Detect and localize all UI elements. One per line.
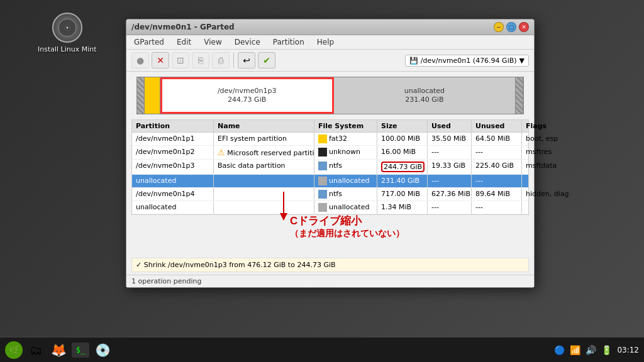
cell-unused: --- [472, 201, 522, 214]
clock: 03:12 [617, 346, 639, 354]
cell-size: 231.40 GiB [377, 175, 428, 187]
menu-edit[interactable]: Edit [174, 37, 194, 47]
toolbar: ● ✕ ⊡ ⎘ ⎙ ↩ ✔ 💾 /dev/nvme0n1 (476.94 GiB… [126, 50, 534, 72]
col-header-name: Name [214, 120, 314, 132]
status-text: 1 operation pending [131, 277, 202, 285]
svg-point-2 [66, 26, 69, 29]
minimize-button[interactable]: − [494, 22, 504, 32]
cell-name: EFI system partition [214, 133, 314, 145]
gparted-window: /dev/nvme0n1 - GParted − □ ✕ GParted Edi… [126, 19, 535, 288]
status-bar: 1 operation pending [126, 275, 534, 287]
toolbar-btn-copy[interactable]: ⎘ [192, 52, 209, 69]
cell-fs: unknown [314, 146, 377, 159]
desktop-icon-install-linux-mint[interactable]: Install Linux Mint [38, 13, 97, 53]
toolbar-btn-apply-all[interactable]: ⊡ [172, 52, 189, 69]
menu-partition[interactable]: Partition [270, 37, 307, 47]
fs-color-indicator [318, 177, 327, 185]
device-label: /dev/nvme0n1 (476.94 GiB) [421, 57, 517, 65]
col-header-size: Size [377, 120, 428, 132]
taskbar-files-icon[interactable]: 🗂 [26, 341, 45, 359]
menu-help[interactable]: Help [314, 37, 336, 47]
cell-partition: unallocated [132, 201, 214, 214]
table-row[interactable]: /dev/nvme0n1p1 EFI system partition fat3… [132, 133, 528, 146]
col-header-fs: File System [314, 120, 377, 132]
cell-used: 35.50 MiB [428, 133, 472, 145]
cell-flags: msftres [522, 146, 579, 159]
cell-used: --- [428, 175, 472, 187]
cell-partition: /dev/nvme0n1p3 [132, 160, 214, 174]
toolbar-btn-circle[interactable]: ● [131, 52, 149, 69]
cell-flags: boot, esp [522, 133, 579, 145]
warning-icon: ⚠ [218, 148, 225, 157]
toolbar-left: ● ✕ ⊡ ⎘ ⎙ ↩ ✔ [131, 52, 275, 69]
maximize-button[interactable]: □ [506, 22, 516, 32]
menu-view[interactable]: View [201, 37, 224, 47]
cell-used: --- [428, 201, 472, 214]
chevron-down-icon: ▼ [519, 57, 525, 65]
toolbar-sep [233, 53, 234, 68]
dv-p3[interactable]: /dev/nvme0n1p3 244.73 GiB [160, 77, 334, 114]
taskbar-terminal-icon[interactable]: $_ [72, 343, 89, 358]
cell-name: Basic data partition [214, 160, 314, 174]
cell-unused: --- [472, 175, 522, 187]
cell-unused: 89.64 MiB [472, 188, 522, 200]
cell-size: 16.00 MiB [377, 146, 428, 159]
linux-mint-cd-icon [52, 13, 82, 43]
toolbar-btn-cancel[interactable]: ✕ [152, 52, 169, 69]
cell-size: 717.00 MiB [377, 188, 428, 200]
annotation-arrow [271, 185, 334, 223]
cell-used: 19.33 GiB [428, 160, 472, 174]
disk-visual-container: /dev/nvme0n1p3 244.73 GiB unallocated 23… [131, 77, 529, 114]
volume-icon[interactable]: 🔊 [586, 345, 596, 355]
fs-color-indicator [318, 134, 327, 143]
close-button[interactable]: ✕ [519, 22, 529, 32]
cell-partition: unallocated [132, 175, 214, 187]
cell-unused: 64.50 MiB [472, 133, 522, 145]
taskbar-firefox-icon[interactable]: 🦊 [49, 341, 68, 359]
dv-p1[interactable] [145, 77, 160, 114]
menu-bar: GParted Edit View Device Partition Help [126, 35, 534, 50]
cell-size: 100.00 MiB [377, 133, 428, 145]
cell-flags: msftdata [522, 160, 579, 174]
battery-icon[interactable]: 🔋 [601, 345, 612, 355]
title-bar: /dev/nvme0n1 - GParted − □ ✕ [126, 19, 534, 35]
title-bar-buttons: − □ ✕ [494, 22, 529, 32]
cell-fs: fat32 [314, 133, 377, 145]
dv-stripe-left [137, 77, 145, 114]
table-row[interactable]: /dev/nvme0n1p2 ⚠ Microsoft reserved part… [132, 146, 528, 160]
cell-fs: ntfs [314, 160, 377, 174]
cell-partition: /dev/nvme0n1p4 [132, 188, 214, 200]
cell-partition: /dev/nvme0n1p2 [132, 146, 214, 159]
dv-p3-label: /dev/nvme0n1p3 244.73 GiB [218, 87, 277, 105]
col-header-used: Used [428, 120, 472, 132]
desktop-icon-label: Install Linux Mint [38, 45, 97, 53]
dv-unalloc-label: unallocated 231.40 GiB [404, 87, 445, 105]
taskbar-mint-logo[interactable]: 🌿 [5, 341, 23, 359]
cell-size: 1.34 MiB [377, 201, 428, 214]
cell-flags [522, 201, 579, 214]
cell-flags: hidden, diag [522, 188, 579, 200]
toolbar-btn-paste[interactable]: ⎙ [212, 52, 230, 69]
desktop: Install Linux Mint /dev/nvme0n1 - GParte… [0, 0, 644, 362]
taskbar-install-icon[interactable]: 💿 [93, 341, 112, 359]
toolbar-btn-undo[interactable]: ↩ [238, 52, 255, 69]
dv-unalloc[interactable]: unallocated 231.40 GiB [334, 77, 516, 114]
toolbar-btn-apply[interactable]: ✔ [258, 52, 275, 69]
cell-flags [522, 175, 579, 187]
network-icon[interactable]: 📶 [570, 345, 580, 355]
table-row[interactable]: /dev/nvme0n1p3 Basic data partition ntfs… [132, 160, 528, 175]
cell-unused: 225.40 GiB [472, 160, 522, 174]
cell-used: 627.36 MiB [428, 188, 472, 200]
size-circled: 244.73 GiB [381, 162, 425, 172]
menu-device[interactable]: Device [232, 37, 263, 47]
table-header: Partition Name File System Size Used Unu… [132, 120, 528, 133]
cell-unused: --- [472, 146, 522, 159]
device-selector[interactable]: 💾 /dev/nvme0n1 (476.94 GiB) ▼ [405, 55, 529, 67]
col-header-unused: Unused [472, 120, 522, 132]
disk-visual: /dev/nvme0n1p3 244.73 GiB unallocated 23… [136, 77, 524, 114]
col-header-partition: Partition [132, 120, 214, 132]
menu-gparted[interactable]: GParted [131, 37, 167, 47]
fs-color-indicator [318, 148, 327, 156]
operations-area: ✓ Shrink /dev/nvme0n1p3 from 476.12 GiB … [131, 258, 529, 272]
bluetooth-icon[interactable]: 🔵 [554, 345, 565, 355]
